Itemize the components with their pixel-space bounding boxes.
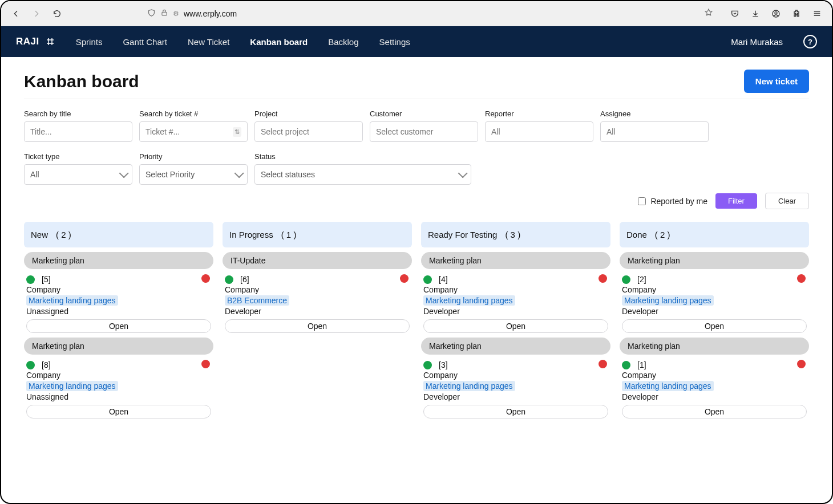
status-dot-green <box>423 275 432 284</box>
search-ticket-label: Search by ticket # <box>139 109 248 118</box>
column-done: Done( 2 )Marketing plan[2]CompanyMarketi… <box>620 222 809 418</box>
card-id: [4] <box>439 275 448 284</box>
new-ticket-button[interactable]: New ticket <box>744 70 809 93</box>
kanban-card[interactable]: IT-Update[6]CompanyB2B EcommerceDevelope… <box>223 252 412 333</box>
card-body: [5]CompanyMarketing landing pagesUnassig… <box>24 269 213 333</box>
brand[interactable]: RAJI <box>16 36 55 47</box>
kanban-board: New( 2 )Marketing plan[5]CompanyMarketin… <box>24 222 809 418</box>
card-id: [8] <box>42 360 51 369</box>
card-tag-link[interactable]: Marketing landing pages <box>622 381 714 391</box>
permissions-icon: ⚙ <box>173 10 179 18</box>
customer-input[interactable] <box>370 121 478 142</box>
kanban-card[interactable]: Marketing plan[3]CompanyMarketing landin… <box>421 338 610 418</box>
card-tag-link[interactable]: Marketing landing pages <box>423 381 515 391</box>
project-label: Project <box>254 109 363 118</box>
status-dot-green <box>225 275 233 284</box>
column-ready-for-testing: Ready For Testing( 3 )Marketing plan[4]C… <box>421 222 610 418</box>
column-header[interactable]: Ready For Testing( 3 ) <box>421 222 610 247</box>
clear-button[interactable]: Clear <box>765 193 809 209</box>
card-company: Company <box>622 285 807 294</box>
svg-point-2 <box>775 11 777 14</box>
filters-row: Search by title Search by ticket # Proje… <box>24 109 809 185</box>
priority-select[interactable]: Select Priority <box>139 164 248 185</box>
column-header[interactable]: New( 2 ) <box>24 222 213 247</box>
extensions-icon[interactable] <box>788 6 804 22</box>
card-tag-link[interactable]: Marketing landing pages <box>622 295 714 306</box>
assignee-label: Assignee <box>600 109 709 118</box>
user-name[interactable]: Mari Murakas <box>731 37 783 47</box>
card-id: [2] <box>637 275 646 284</box>
card-status-pill[interactable]: Open <box>26 319 211 333</box>
card-tag-link[interactable]: B2B Ecommerce <box>225 295 289 306</box>
card-status-pill[interactable]: Open <box>622 319 807 333</box>
account-icon[interactable] <box>768 6 784 22</box>
kanban-card[interactable]: Marketing plan[2]CompanyMarketing landin… <box>620 252 809 333</box>
kanban-card[interactable]: Marketing plan[8]CompanyMarketing landin… <box>24 338 213 418</box>
card-status-pill[interactable]: Open <box>26 405 211 418</box>
priority-dot-red <box>201 360 210 368</box>
reporter-input[interactable] <box>485 121 593 142</box>
card-status-pill[interactable]: Open <box>622 405 807 418</box>
pocket-icon[interactable] <box>727 6 743 22</box>
url-text: www.erply.com <box>184 9 237 18</box>
back-button[interactable] <box>8 6 24 22</box>
card-status-pill[interactable]: Open <box>423 405 608 418</box>
card-title: Marketing plan <box>620 338 809 355</box>
column-count: ( 3 ) <box>505 230 520 239</box>
nav-link-sprints[interactable]: Sprints <box>76 37 103 47</box>
card-tag-link[interactable]: Marketing landing pages <box>26 295 118 306</box>
card-company: Company <box>26 285 211 294</box>
card-title: IT-Update <box>223 252 412 269</box>
download-icon[interactable] <box>747 6 763 22</box>
priority-dot-red <box>599 274 607 283</box>
nav-link-gantt-chart[interactable]: Gantt Chart <box>123 37 167 47</box>
reload-button[interactable] <box>49 6 65 22</box>
card-body: [4]CompanyMarketing landing pagesDevelop… <box>421 269 610 333</box>
address-bar[interactable]: ⚙ www.erply.com <box>70 5 718 22</box>
filter-button[interactable]: Filter <box>715 193 757 209</box>
assignee-input[interactable] <box>600 121 709 142</box>
kanban-card[interactable]: Marketing plan[5]CompanyMarketing landin… <box>24 252 213 333</box>
column-header[interactable]: In Progress( 1 ) <box>223 222 412 247</box>
card-assignee: Developer <box>423 392 608 401</box>
nav-link-backlog[interactable]: Backlog <box>328 37 358 47</box>
card-assignee: Developer <box>225 307 410 316</box>
kanban-card[interactable]: Marketing plan[4]CompanyMarketing landin… <box>421 252 610 333</box>
card-assignee: Developer <box>423 307 608 316</box>
status-select[interactable]: Select statuses <box>254 164 471 185</box>
card-company: Company <box>423 371 608 380</box>
nav-link-new-ticket[interactable]: New Ticket <box>188 37 229 47</box>
card-body: [1]CompanyMarketing landing pagesDevelop… <box>620 355 809 418</box>
reported-by-me-checkbox[interactable]: Reported by me <box>638 197 707 206</box>
column-header[interactable]: Done( 2 ) <box>620 222 809 247</box>
kanban-card[interactable]: Marketing plan[1]CompanyMarketing landin… <box>620 338 809 418</box>
card-company: Company <box>423 285 608 294</box>
column-name: New <box>31 230 48 239</box>
forward-button[interactable] <box>29 6 45 22</box>
card-tag-link[interactable]: Marketing landing pages <box>26 381 118 391</box>
card-id: [6] <box>240 275 249 284</box>
priority-label: Priority <box>139 152 248 161</box>
nav-link-settings[interactable]: Settings <box>379 37 410 47</box>
card-company: Company <box>225 285 410 294</box>
card-id: [3] <box>439 360 448 369</box>
card-title: Marketing plan <box>24 252 213 269</box>
ticket-type-select[interactable]: All <box>24 164 132 185</box>
brand-icon <box>45 36 55 47</box>
search-title-input[interactable] <box>24 121 132 142</box>
card-tag-link[interactable]: Marketing landing pages <box>423 295 515 306</box>
star-icon[interactable] <box>704 8 713 19</box>
column-count: ( 2 ) <box>655 230 670 239</box>
search-ticket-input[interactable] <box>139 121 248 142</box>
card-status-pill[interactable]: Open <box>423 319 608 333</box>
column-name: Done <box>626 230 647 239</box>
nav-link-kanban-board[interactable]: Kanban board <box>250 37 308 47</box>
priority-dot-red <box>797 360 806 368</box>
ticket-type-label: Ticket type <box>24 152 132 161</box>
card-status-pill[interactable]: Open <box>225 319 410 333</box>
project-input[interactable] <box>254 121 363 142</box>
status-dot-green <box>622 361 630 369</box>
menu-icon[interactable] <box>809 6 825 22</box>
help-icon[interactable]: ? <box>803 35 817 48</box>
shield-icon <box>147 9 156 19</box>
